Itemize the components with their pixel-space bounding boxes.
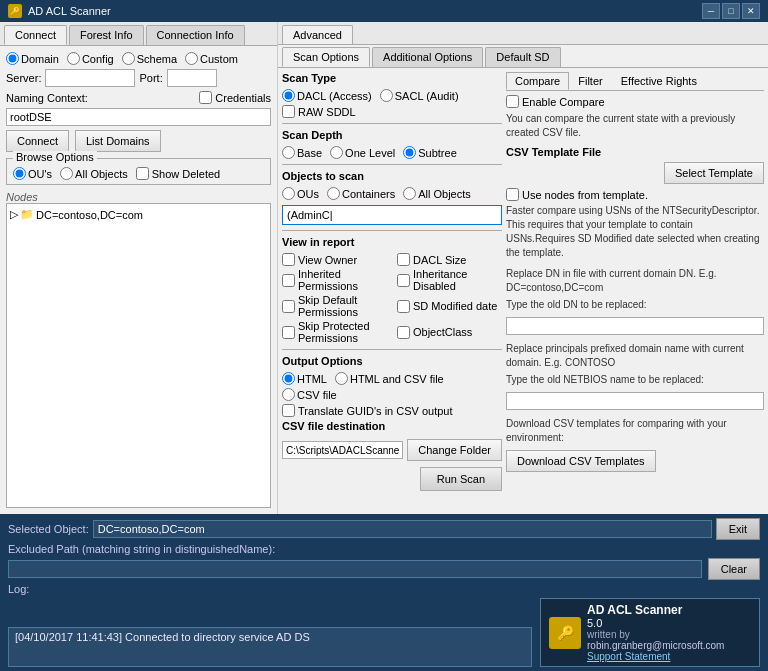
credentials-checkbox[interactable]: [199, 91, 212, 104]
nodes-tree[interactable]: ▷ 📁 DC=contoso,DC=com: [6, 203, 271, 508]
skip-protected-check[interactable]: Skip Protected Permissions: [282, 320, 387, 344]
show-deleted-checkbox[interactable]: [136, 167, 149, 180]
skip-default-checkbox[interactable]: [282, 300, 295, 313]
brand-email: robin.granberg@microsoft.com: [587, 640, 724, 651]
log-label: Log:: [8, 583, 29, 595]
radio-sacl[interactable]: SACL (Audit): [380, 89, 459, 102]
view-owner-checkbox[interactable]: [282, 253, 295, 266]
inherited-perm-checkbox[interactable]: [282, 274, 295, 287]
window-title: AD ACL Scanner: [28, 5, 111, 17]
all-objects-label: All Objects: [418, 188, 471, 200]
skip-default-check[interactable]: Skip Default Permissions: [282, 294, 387, 318]
tab-advanced[interactable]: Advanced: [282, 25, 353, 44]
dacl-size-check[interactable]: DACL Size: [397, 253, 502, 266]
close-button[interactable]: ✕: [742, 3, 760, 19]
run-scan-button[interactable]: Run Scan: [420, 467, 502, 491]
download-csv-button[interactable]: Download CSV Templates: [506, 450, 656, 472]
tab-forest-info[interactable]: Forest Info: [69, 25, 144, 45]
run-scan-row: Run Scan: [282, 464, 502, 494]
clear-button[interactable]: Clear: [708, 558, 760, 580]
radio-ous[interactable]: OU's: [13, 167, 52, 180]
html-label: HTML: [297, 373, 327, 385]
radio-subtree[interactable]: Subtree: [403, 146, 457, 159]
translate-guid-check[interactable]: Translate GUID's in CSV output: [282, 404, 502, 417]
output-radio-row: HTML HTML and CSV file: [282, 372, 502, 385]
enable-compare-check[interactable]: Enable Compare: [506, 95, 764, 108]
tab-connection-info[interactable]: Connection Info: [146, 25, 245, 45]
tree-item-label: DC=contoso,DC=com: [36, 209, 143, 221]
radio-base[interactable]: Base: [282, 146, 322, 159]
sub-tab-effective-rights[interactable]: Effective Rights: [612, 72, 706, 90]
raw-sddl-checkbox[interactable]: [282, 105, 295, 118]
radio-config-label: Config: [82, 53, 114, 65]
brand-support-link[interactable]: Support Statement: [587, 651, 724, 662]
old-dn-input[interactable]: [506, 317, 764, 335]
select-template-button[interactable]: Select Template: [664, 162, 764, 184]
tab-default-sd[interactable]: Default SD: [485, 47, 560, 67]
change-folder-button[interactable]: Change Folder: [407, 439, 502, 461]
radio-schema[interactable]: Schema: [122, 52, 177, 65]
skip-protected-checkbox[interactable]: [282, 326, 295, 339]
enable-compare-checkbox[interactable]: [506, 95, 519, 108]
minimize-button[interactable]: ─: [702, 3, 720, 19]
dacl-size-checkbox[interactable]: [397, 253, 410, 266]
server-input[interactable]: [45, 69, 135, 87]
html-csv-label: HTML and CSV file: [350, 373, 444, 385]
connect-btn-row: Connect List Domains: [6, 130, 271, 152]
translate-guid-checkbox[interactable]: [282, 404, 295, 417]
tab-additional-options[interactable]: Additional Options: [372, 47, 483, 67]
radio-custom[interactable]: Custom: [185, 52, 238, 65]
sacl-label: SACL (Audit): [395, 90, 459, 102]
radio-all-objects-label: All Objects: [75, 168, 128, 180]
radio-ous-scan[interactable]: OUs: [282, 187, 319, 200]
inheritance-disabled-checkbox[interactable]: [397, 274, 410, 287]
use-nodes-checkbox[interactable]: [506, 188, 519, 201]
excluded-path-input[interactable]: [8, 560, 702, 578]
tab-connect[interactable]: Connect: [4, 25, 67, 45]
enable-compare-label: Enable Compare: [522, 96, 605, 108]
sd-modified-check[interactable]: SD Modified date: [397, 294, 502, 318]
radio-containers-scan[interactable]: Containers: [327, 187, 395, 200]
old-netbios-input[interactable]: [506, 392, 764, 410]
left-tab-strip: Connect Forest Info Connection Info: [0, 22, 277, 46]
type-old-dn-label: Type the old DN to be replaced:: [506, 298, 764, 312]
show-deleted-check[interactable]: Show Deleted: [136, 167, 221, 180]
selected-object-row: Selected Object: Exit: [8, 518, 760, 540]
port-input[interactable]: [167, 69, 217, 87]
maximize-button[interactable]: □: [722, 3, 740, 19]
dacl-label: DACL (Access): [297, 90, 372, 102]
radio-html[interactable]: HTML: [282, 372, 327, 385]
radio-one-level[interactable]: One Level: [330, 146, 395, 159]
list-domains-button[interactable]: List Domains: [75, 130, 161, 152]
raw-sddl-check[interactable]: RAW SDDL: [282, 105, 502, 118]
sd-modified-checkbox[interactable]: [397, 300, 410, 313]
exit-button[interactable]: Exit: [716, 518, 760, 540]
objects-type-row: OUs Containers All Objects: [282, 187, 502, 200]
view-owner-check[interactable]: View Owner: [282, 253, 387, 266]
scan-depth-row: Base One Level Subtree: [282, 146, 502, 159]
radio-all-objects-scan[interactable]: All Objects: [403, 187, 471, 200]
tab-scan-options[interactable]: Scan Options: [282, 47, 370, 67]
csv-path-input[interactable]: [282, 441, 403, 459]
objectclass-check[interactable]: ObjectClass: [397, 320, 502, 344]
inheritance-disabled-check[interactable]: Inheritance Disabled: [397, 268, 502, 292]
naming-context-input[interactable]: [6, 108, 271, 126]
connect-button[interactable]: Connect: [6, 130, 69, 152]
radio-html-csv[interactable]: HTML and CSV file: [335, 372, 444, 385]
sub-tab-compare[interactable]: Compare: [506, 72, 569, 90]
tree-item-root[interactable]: ▷ 📁 DC=contoso,DC=com: [10, 207, 267, 222]
scan-object-input[interactable]: [282, 205, 502, 225]
radio-all-objects[interactable]: All Objects: [60, 167, 128, 180]
sub-tab-filter[interactable]: Filter: [569, 72, 611, 90]
radio-csv[interactable]: CSV file: [282, 388, 502, 401]
radio-domain[interactable]: Domain: [6, 52, 59, 65]
selected-object-input[interactable]: [93, 520, 712, 538]
radio-config[interactable]: Config: [67, 52, 114, 65]
log-area[interactable]: [04/10/2017 11:41:43] Connected to direc…: [8, 627, 532, 667]
radio-dacl[interactable]: DACL (Access): [282, 89, 372, 102]
use-nodes-check[interactable]: Use nodes from template.: [506, 188, 764, 201]
log-label-row: Log:: [8, 583, 760, 595]
credentials-check-item[interactable]: Credentials: [199, 91, 271, 104]
objectclass-checkbox[interactable]: [397, 326, 410, 339]
inherited-perm-check[interactable]: Inherited Permissions: [282, 268, 387, 292]
